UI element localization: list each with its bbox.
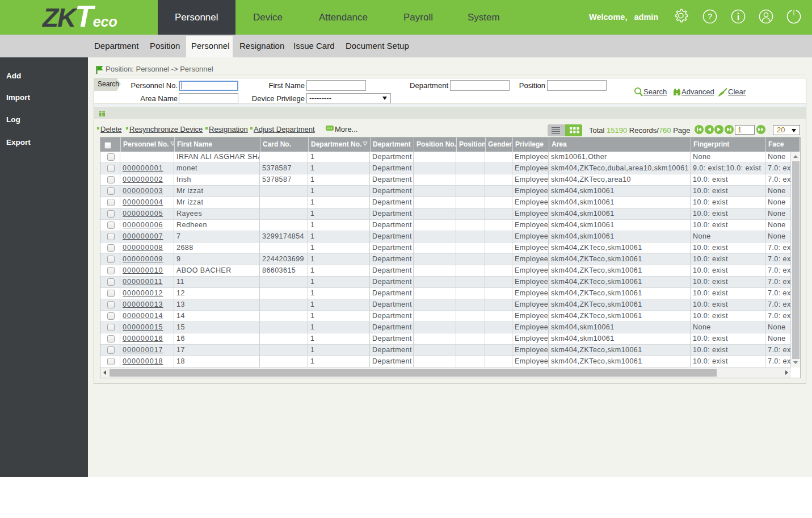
svg-text:?: ? [708, 12, 712, 21]
